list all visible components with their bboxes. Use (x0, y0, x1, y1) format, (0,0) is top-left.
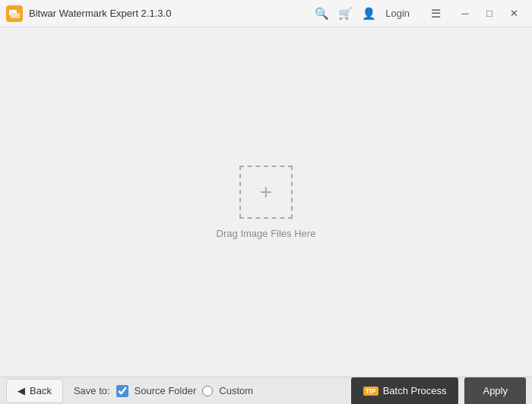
drag-label: Drag Image Files Here (217, 228, 316, 239)
close-button[interactable]: ✕ (502, 2, 526, 26)
main-content: + Drag Image Files Here (0, 27, 532, 377)
batch-badge: TIP (363, 387, 378, 396)
app-title: Bitwar Watermark Expert 2.1.3.0 (29, 8, 315, 19)
title-bar-icons: 🔍 🛒 👤 Login ☰ (315, 7, 441, 21)
back-label: Back (30, 385, 52, 396)
minimize-button[interactable]: ─ (453, 2, 477, 26)
drop-zone[interactable]: + (239, 166, 293, 219)
svg-rect-3 (11, 13, 20, 18)
search-icon[interactable]: 🔍 (315, 7, 329, 21)
back-icon: ◀ (17, 385, 25, 396)
batch-process-button[interactable]: TIP Batch Process (351, 377, 459, 405)
window-controls: ─ □ ✕ (453, 2, 526, 26)
bottom-bar: ◀ Back Save to: Source Folder Custom TIP… (0, 377, 532, 404)
menu-icon[interactable]: ☰ (431, 7, 441, 21)
apply-button[interactable]: Apply (464, 377, 526, 405)
maximize-button[interactable]: □ (477, 2, 502, 26)
source-folder-label: Source Folder (135, 385, 197, 396)
back-button[interactable]: ◀ Back (6, 379, 63, 403)
save-to-label: Save to: (74, 385, 110, 396)
title-bar: Bitwar Watermark Expert 2.1.3.0 🔍 🛒 👤 Lo… (0, 0, 532, 27)
user-icon[interactable]: 👤 (362, 7, 376, 21)
source-folder-checkbox[interactable] (116, 385, 128, 397)
batch-process-label: Batch Process (383, 385, 447, 396)
app-logo (6, 5, 23, 22)
custom-label: Custom (219, 385, 253, 396)
cart-icon[interactable]: 🛒 (338, 7, 353, 21)
plus-icon: + (260, 181, 272, 203)
custom-radio[interactable] (202, 386, 213, 396)
login-button[interactable]: Login (385, 8, 410, 19)
